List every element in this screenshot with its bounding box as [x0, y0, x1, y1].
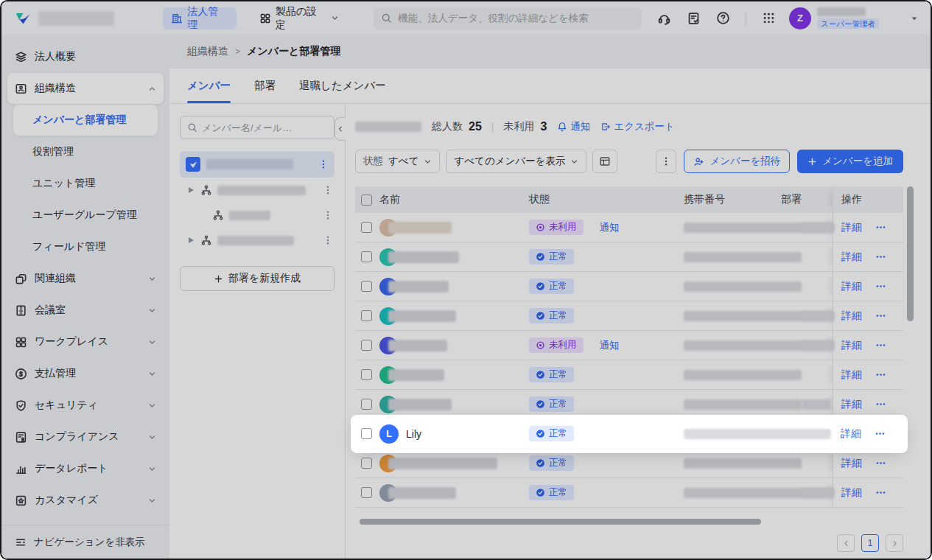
breadcrumb-parent[interactable]: 組織構造 [187, 45, 228, 58]
member-department-redacted [802, 488, 831, 498]
row-checkbox[interactable] [361, 222, 372, 233]
apps-grid-icon[interactable] [762, 11, 776, 25]
row-more-button[interactable] [875, 369, 886, 380]
survey-icon[interactable] [687, 11, 701, 25]
row-more-button[interactable] [875, 487, 886, 498]
nav-corp-admin-button[interactable]: 法人管理 [163, 7, 236, 29]
column-settings-button[interactable] [592, 150, 617, 173]
pagination-prev-button[interactable] [837, 534, 855, 552]
member-search[interactable] [180, 116, 334, 139]
member-name-cell [379, 396, 529, 413]
detail-link[interactable]: 詳細 [841, 457, 862, 470]
detail-link[interactable]: 詳細 [841, 398, 862, 411]
tree-root-item[interactable] [180, 151, 334, 178]
row-checkbox[interactable] [361, 281, 372, 292]
sidebar-item-org-structure[interactable]: 組織構造 [7, 73, 164, 104]
sidebar-item-customize[interactable]: カスタマイズ [7, 485, 164, 516]
tree-department-item[interactable] [180, 178, 334, 203]
row-notify-link[interactable]: 通知 [600, 339, 620, 352]
hide-navigation-button[interactable]: ナビゲーションを非表示 [1, 525, 169, 559]
breadcrumb-current: メンバーと部署管理 [247, 45, 340, 58]
tab-former-members[interactable]: 退職したメンバー [299, 69, 386, 103]
row-more-button[interactable] [875, 428, 886, 439]
row-more-button[interactable] [875, 281, 886, 292]
detail-link[interactable]: 詳細 [841, 427, 861, 441]
row-checkbox[interactable] [361, 369, 372, 380]
row-checkbox[interactable] [361, 428, 372, 439]
detail-link[interactable]: 詳細 [841, 280, 862, 293]
tab-departments[interactable]: 部署 [254, 69, 276, 103]
sidebar-item-user-group-management[interactable]: ユーザーグループ管理 [13, 200, 158, 231]
row-checkbox[interactable] [361, 310, 372, 321]
detail-link[interactable]: 詳細 [841, 368, 862, 382]
tree-item-menu-button[interactable] [323, 210, 333, 220]
sidebar-item-unit-management[interactable]: ユニット管理 [13, 168, 158, 199]
user-avatar[interactable]: Z [789, 7, 811, 29]
nav-product-settings-button[interactable]: 製品の設定 [251, 7, 348, 29]
row-more-button[interactable] [875, 399, 886, 410]
invite-member-button[interactable]: メンバーを招待 [684, 150, 790, 173]
headset-icon[interactable] [657, 11, 671, 25]
sidebar-item-members-departments[interactable]: メンバーと部署管理 [13, 105, 158, 136]
member-name-redacted [388, 369, 444, 381]
detail-link[interactable]: 詳細 [841, 339, 862, 352]
vertical-scrollbar-thumb[interactable] [907, 186, 914, 321]
row-more-button[interactable] [875, 222, 886, 233]
member-search-input[interactable] [202, 122, 327, 133]
tree-department-item[interactable] [180, 203, 334, 228]
pagination-page-1-button[interactable]: 1 [861, 534, 879, 552]
detail-link[interactable]: 詳細 [841, 309, 862, 323]
detail-link[interactable]: 詳細 [841, 486, 862, 500]
row-more-button[interactable] [875, 458, 886, 469]
tree-item-menu-button[interactable] [323, 235, 333, 245]
row-more-button[interactable] [875, 310, 886, 321]
row-checkbox[interactable] [361, 340, 372, 351]
row-checkbox[interactable] [361, 399, 372, 410]
detail-link[interactable]: 詳細 [841, 221, 862, 234]
status-badge: 正常 [529, 279, 574, 294]
caret-down-icon[interactable] [910, 14, 919, 23]
add-member-button[interactable]: メンバーを追加 [797, 150, 903, 173]
row-checkbox[interactable] [361, 487, 372, 498]
collapse-panel-button[interactable] [334, 117, 346, 141]
tree-department-item[interactable] [180, 228, 334, 253]
sidebar-item-security[interactable]: セキュリティ [7, 390, 164, 421]
row-notify-link[interactable]: 通知 [600, 221, 620, 234]
tree-expander[interactable] [189, 187, 195, 193]
member-scope-dropdown[interactable]: すべてのメンバーを表示 [446, 150, 586, 173]
sidebar-item-field-management[interactable]: フィールド管理 [13, 231, 158, 262]
column-header-label: 名前 [379, 193, 400, 206]
horizontal-scrollbar-thumb[interactable] [360, 519, 761, 525]
tree-item-menu-button[interactable] [318, 159, 329, 169]
member-row-highlighted: LLily正常詳細 [355, 419, 903, 449]
pagination-next-button[interactable] [886, 534, 903, 552]
row-more-button[interactable] [875, 340, 886, 351]
notify-link[interactable]: 通知 [557, 120, 590, 133]
sidebar-item-payment[interactable]: 支払管理 [7, 358, 164, 389]
sidebar-item-compliance[interactable]: コンプライアンス [7, 421, 164, 452]
create-department-button[interactable]: 部署を新規作成 [180, 266, 334, 291]
detail-link[interactable]: 詳細 [841, 251, 862, 264]
status-filter-dropdown[interactable]: 状態 すべて [355, 150, 440, 173]
global-search-input[interactable] [398, 13, 634, 24]
row-more-button[interactable] [875, 251, 886, 262]
sidebar-item-workplace[interactable]: ワークプレイス [7, 326, 164, 357]
sidebar-item-related-org[interactable]: 関連組織 [7, 263, 164, 294]
export-link[interactable]: エクスポート [600, 120, 675, 133]
sidebar-item-corp-overview[interactable]: 法人概要 [7, 41, 164, 72]
member-phone-redacted [684, 458, 802, 469]
sidebar-item-meeting-rooms[interactable]: 会議室 [7, 295, 164, 326]
chevron-up-icon [148, 85, 156, 93]
sidebar-item-data-report[interactable]: データレポート [7, 453, 164, 484]
row-checkbox[interactable] [361, 251, 372, 262]
sidebar-item-role-management[interactable]: 役割管理 [13, 136, 158, 167]
global-search[interactable] [374, 7, 642, 29]
row-checkbox[interactable] [361, 458, 372, 469]
select-all-checkbox[interactable] [361, 195, 372, 206]
help-icon[interactable] [716, 11, 730, 25]
tree-expander[interactable] [189, 237, 195, 243]
tree-item-menu-button[interactable] [323, 185, 333, 195]
member-phone-cell [684, 252, 781, 262]
tab-members[interactable]: メンバー [187, 69, 231, 103]
more-actions-button[interactable] [656, 150, 676, 173]
